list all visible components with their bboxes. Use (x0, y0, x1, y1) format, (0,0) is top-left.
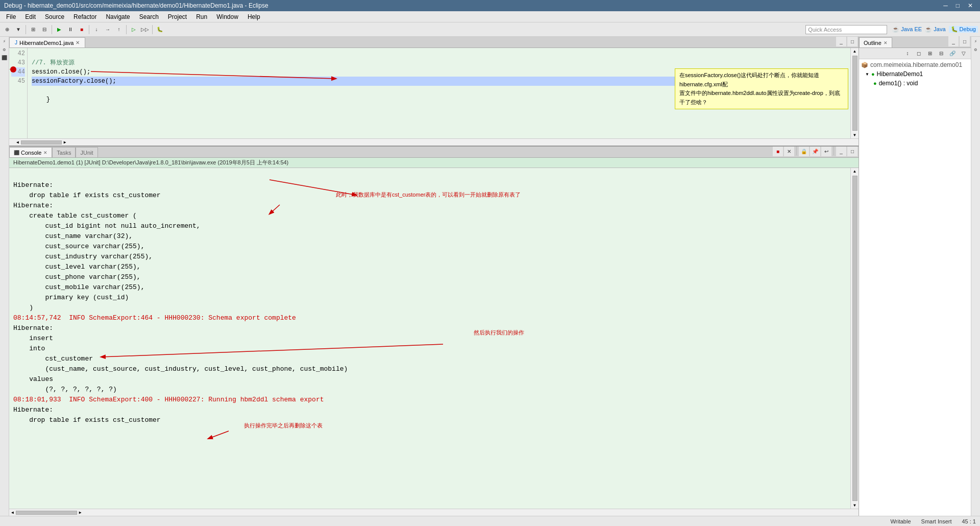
editor-tooltip: 在sessionFactory.close()这代码处打个断点，你就能知道hib… (675, 68, 848, 109)
console-header: HibernateDemo1.demo1 (1) [JUnit] D:\Deve… (9, 158, 859, 168)
toolbar-btn-3[interactable]: ⊞ (28, 25, 38, 35)
console-pin-btn[interactable]: 📌 (810, 147, 820, 156)
editor-tab-hibernatedemo1[interactable]: J HibernateDemo1.java ✕ (9, 37, 85, 47)
toolbar-btn-stepreturn[interactable]: ↑ (114, 25, 124, 35)
menu-file[interactable]: File (2, 12, 20, 21)
console-word-wrap-btn[interactable]: ↩ (821, 147, 831, 156)
right-sidebar-icon-2[interactable]: ⚙ (972, 47, 979, 54)
perspective-debug[interactable]: 🐛 Debug (949, 26, 978, 33)
package-icon: 📦 (861, 62, 868, 68)
method-circle-icon: ● (873, 80, 877, 86)
console-hscroll-right[interactable]: ▶ (79, 510, 82, 515)
menu-refactor[interactable]: Refactor (69, 12, 101, 21)
outline-hide-btn[interactable]: ◻ (914, 49, 924, 59)
outline-class-item[interactable]: ▼ ● HibernateDemo1 (861, 70, 969, 78)
outline-filter-btn[interactable]: ▽ (959, 49, 969, 59)
menu-navigate[interactable]: Navigate (102, 12, 134, 21)
right-sidebar-icon-1[interactable]: ⚡ (972, 39, 979, 46)
console-scroll-lock-btn[interactable]: 🔒 (799, 147, 809, 156)
perspective-javaee[interactable]: ☕ Java EE (892, 26, 922, 33)
right-sidebar: ⚡ ⚙ (971, 37, 980, 516)
console-scroll-down[interactable]: ▼ (852, 502, 857, 509)
editor-maximize-btn[interactable]: □ (847, 37, 857, 46)
menu-edit[interactable]: Edit (21, 12, 40, 21)
line-num-42: 42 (11, 49, 25, 58)
console-tab-junit[interactable]: JUnit (76, 147, 97, 157)
sidebar-icon-1[interactable]: ⚡ (1, 39, 8, 46)
outline-package-item[interactable]: 📦 com.meimeixia.hibernate.demo01 (861, 61, 969, 68)
toolbar-btn-stop[interactable]: ■ (77, 25, 87, 35)
annotation-text-3: 执行操作完毕之后再删除这个表 (244, 422, 323, 429)
menu-source[interactable]: Source (41, 12, 68, 21)
scroll-up-btn[interactable]: ▲ (852, 48, 857, 55)
editor-minimize-btn[interactable]: _ (836, 37, 846, 46)
console-scroll-thumb[interactable] (852, 176, 857, 501)
toolbar-btn-run2[interactable]: ▷▷ (140, 25, 150, 35)
menu-help[interactable]: Help (243, 12, 264, 21)
console-line-1: Hibernate: drop table if exists cst_cust… (13, 181, 201, 312)
console-tab-close[interactable]: ✕ (43, 150, 47, 155)
toolbar-btn-stepinto[interactable]: ↓ (91, 25, 102, 35)
outline-collapse-btn[interactable]: ⊟ (936, 49, 946, 59)
scroll-down-btn[interactable]: ▼ (852, 132, 857, 138)
console-stop-btn[interactable]: ■ (773, 147, 783, 156)
toolbar-btn-run[interactable]: ▷ (129, 25, 139, 35)
editor-hscroll[interactable]: ◀ ▶ (9, 138, 859, 146)
menu-run[interactable]: Run (192, 12, 211, 21)
outline-method-item[interactable]: ● demo1() : void (861, 80, 969, 87)
console-hscroll[interactable]: ◀ ▶ (9, 509, 859, 516)
outline-minimize-btn[interactable]: _ (948, 36, 959, 46)
console-clear-btn[interactable]: ✕ (784, 147, 794, 156)
menu-search[interactable]: Search (135, 12, 163, 21)
perspective-java[interactable]: ☕ Java (925, 26, 945, 33)
outline-tab[interactable]: Outline ✕ (859, 37, 892, 47)
toolbar-btn-debug[interactable]: 🐛 (155, 25, 165, 35)
console-tab-console[interactable]: ⬛ Console ✕ (9, 147, 52, 157)
outline-link-btn[interactable]: 🔗 (947, 49, 958, 59)
toolbar-btn-1[interactable]: ⊕ (2, 25, 12, 35)
editor-vscroll[interactable]: ▲ ▼ (850, 48, 859, 138)
main-layout: ⚡ ⚙ ⬛ J HibernateDemo1.java ✕ _ □ (0, 37, 980, 516)
outline-expand-btn[interactable]: ⊞ (925, 49, 935, 59)
toolbar-btn-stepover[interactable]: → (103, 25, 113, 35)
maximize-button[interactable]: □ (953, 2, 963, 9)
left-sidebar: ⚡ ⚙ ⬛ (0, 37, 9, 516)
console-tab-label: Console (21, 150, 41, 156)
editor-tab-icon: J (15, 40, 17, 45)
hscroll-right-btn[interactable]: ▶ (64, 140, 66, 145)
toolbar-btn-resume[interactable]: ▶ (54, 25, 64, 35)
sidebar-icon-2[interactable]: ⚙ (1, 47, 8, 54)
console-hscroll-thumb[interactable] (16, 511, 77, 515)
minimize-button[interactable]: ─ (940, 2, 951, 9)
console-maximize-btn[interactable]: □ (847, 147, 857, 156)
console-tab-tasks[interactable]: Tasks (52, 147, 76, 157)
outline-sort-btn[interactable]: ↕ (902, 49, 913, 59)
toolbar-btn-2[interactable]: ▼ (13, 25, 23, 35)
console-minimize-btn[interactable]: _ (836, 147, 846, 156)
sidebar-icon-3[interactable]: ⬛ (1, 55, 8, 62)
editor-tab-close[interactable]: ✕ (76, 40, 80, 45)
console-hscroll-left[interactable]: ◀ (11, 510, 14, 515)
close-button[interactable]: ✕ (965, 2, 976, 9)
console-scroll-up[interactable]: ▲ (852, 168, 857, 175)
tasks-tab-label: Tasks (57, 150, 71, 156)
hscroll-thumb[interactable] (21, 140, 62, 145)
line-num-45: 45 (11, 77, 25, 86)
menu-window[interactable]: Window (212, 12, 242, 21)
status-bar: Writable Smart Insert 45 : 1 (0, 516, 980, 526)
code-line-43: session.close(); (32, 68, 90, 76)
console-vscroll[interactable]: ▲ ▼ (850, 168, 859, 509)
hscroll-left-btn[interactable]: ◀ (16, 140, 19, 145)
quick-access-label: Quick Access (808, 27, 842, 33)
toolbar-btn-suspend[interactable]: ⏸ (65, 25, 76, 35)
outline-maximize-btn[interactable]: □ (960, 36, 970, 46)
menu-project[interactable]: Project (164, 12, 191, 21)
quick-access-input[interactable]: Quick Access (805, 25, 887, 34)
console-sep (796, 147, 797, 155)
scroll-thumb[interactable] (852, 56, 857, 131)
menu-bar: File Edit Source Refactor Navigate Searc… (0, 11, 980, 22)
outline-tab-close[interactable]: ✕ (884, 40, 888, 45)
console-tabs: ⬛ Console ✕ Tasks JUnit ■ ✕ 🔒 📌 (9, 147, 859, 158)
console-line-schema-export: 08:14:57,742 INFO SchemaExport:464 - HHH… (13, 314, 296, 322)
toolbar-btn-4[interactable]: ⊟ (39, 25, 50, 35)
